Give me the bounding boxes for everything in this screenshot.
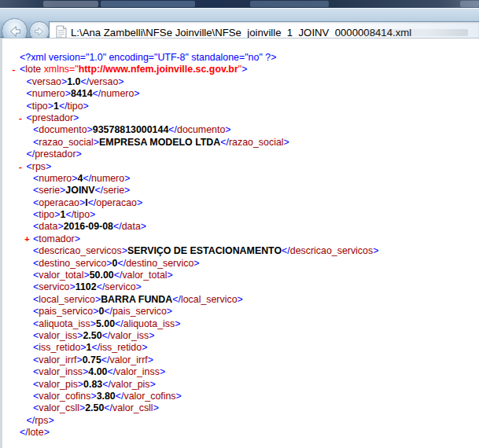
xml-tag-name: pais_servico — [39, 306, 93, 317]
xml-bracket: </ — [118, 258, 127, 269]
xml-bracket: > — [284, 137, 289, 148]
xml-line: +<tomador> — [2, 233, 479, 245]
xml-bracket: > — [57, 221, 63, 232]
xml-text-value: 0 — [112, 258, 118, 269]
address-input[interactable]: L:\Ana Zambelli\NFSe Joinville\NFSe_join… — [71, 27, 411, 39]
xml-tag-name: valor_inss — [39, 366, 83, 377]
expand-toggle-icon[interactable]: + — [24, 233, 30, 245]
xml-text-value: SERVIÇO DE ESTACIONAMENTO — [127, 245, 282, 256]
arrow-right-icon — [33, 25, 46, 38]
xml-tag-name: valor_total — [39, 270, 83, 281]
titlebar-glass-patch — [101, 1, 195, 7]
xml-bracket: </ — [282, 245, 290, 256]
xml-tag-name: valor_irrf — [39, 354, 76, 365]
xml-line: <valor_pis>0.83</valor_pis> — [2, 379, 479, 391]
xml-bracket: </ — [80, 76, 89, 87]
xml-tag-name: rps — [35, 415, 48, 426]
xml-bracket: > — [48, 101, 53, 112]
xml-tag-name: descricao_servicos — [39, 245, 121, 256]
collapse-toggle-icon[interactable]: - — [18, 112, 24, 124]
xml-tag-name: lote — [28, 427, 44, 438]
xml-bracket: </ — [102, 330, 111, 341]
xml-tag-name: numero — [91, 173, 124, 184]
xml-bracket: < — [27, 101, 32, 112]
collapse-toggle-icon[interactable]: - — [11, 64, 17, 75]
xml-bracket: > — [124, 185, 130, 196]
xml-bracket: > — [76, 149, 82, 160]
xml-bracket: > — [80, 342, 86, 353]
xml-bracket: > — [160, 366, 165, 377]
xml-tag-name: razao_social — [39, 137, 94, 148]
xml-processing-instruction: <?xml version="1.0" encoding="UTF-8" sta… — [20, 52, 276, 63]
xml-line: <descricao_servicos>SERVIÇO DE ESTACIONA… — [2, 245, 479, 257]
xml-bracket: > — [149, 330, 154, 341]
xml-tag-name: aliquota_iss — [123, 318, 175, 329]
xml-bracket: </ — [20, 427, 28, 438]
xml-line: -<prestador> — [2, 112, 479, 124]
xml-line: <iss_retido>1</iss_retido> — [2, 342, 479, 354]
xml-bracket: </ — [115, 318, 123, 329]
xml-tag-name: destino_servico — [39, 258, 106, 269]
xml-bracket: </ — [88, 197, 97, 208]
xml-bracket: > — [167, 306, 172, 317]
xml-bracket: </ — [59, 101, 68, 112]
xml-bracket: </ — [116, 391, 124, 402]
xml-tag-name: descricao_servicos — [290, 245, 373, 256]
xml-line: -<rps> — [2, 161, 479, 173]
xml-bracket: </ — [107, 366, 116, 377]
xml-bracket: > — [46, 161, 51, 172]
xml-line: <operacao>I</operacao> — [2, 197, 479, 209]
xml-text-value: 2.50 — [83, 330, 101, 341]
xml-tag-name: data — [122, 221, 141, 232]
xml-text-value: JOINV — [65, 185, 94, 196]
xml-tag-name: valor_csll — [39, 402, 79, 413]
xml-tag-name: operacao — [39, 197, 79, 208]
xml-tag-name: valor_cofins — [123, 391, 175, 402]
xml-tag-name: numero — [39, 173, 72, 184]
xml-tag-name: prestador — [35, 149, 76, 160]
xml-tag-name: tipo — [39, 209, 54, 220]
xml-line: <data>2016-09-08</data> — [2, 221, 479, 233]
xml-bracket: > — [73, 112, 79, 123]
xml-bracket: > — [241, 64, 247, 75]
xml-line: <valor_csll>2.50</valor_csll> — [2, 402, 479, 414]
xml-line: <local_servico>BARRA FUNDA</local_servic… — [2, 294, 479, 306]
xml-tag-name: tipo — [68, 101, 83, 112]
xml-bracket: </ — [104, 306, 112, 317]
xml-bracket: > — [90, 391, 96, 402]
xml-bracket: > — [48, 415, 53, 426]
collapse-toggle-icon[interactable]: - — [18, 161, 24, 173]
xml-bracket: > — [168, 270, 173, 281]
xml-bracket: </ — [95, 185, 104, 196]
xml-bracket: > — [90, 209, 95, 220]
xml-tag-name: local_servico — [39, 294, 95, 305]
xml-tag-name: razao_social — [229, 137, 284, 148]
xml-bracket: > — [70, 281, 76, 292]
xml-bracket: > — [83, 270, 89, 281]
xml-bracket: > — [225, 124, 230, 135]
xml-tag-name: documento — [39, 124, 87, 135]
xml-line: </rps> — [2, 415, 479, 427]
xml-bracket: > — [94, 137, 99, 148]
xml-tag-name: documento — [177, 124, 225, 135]
xml-line: </prestador> — [2, 149, 479, 160]
xml-bracket: > — [134, 88, 139, 99]
xml-line: <razao_social>EMPRESA MODELO LTDA</razao… — [2, 137, 479, 149]
xml-line: <serie>JOINV</serie> — [2, 185, 479, 196]
xml-text-value: BARRA FUNDA — [101, 294, 172, 305]
xml-tag-name: lote — [25, 64, 41, 75]
xml-bracket: > — [150, 379, 156, 390]
xml-line: <tipo>1</tipo> — [2, 209, 479, 221]
xml-bracket: > — [373, 245, 378, 256]
xml-bracket: < — [27, 88, 32, 99]
xml-tag-name: valor_cofins — [39, 391, 90, 402]
xml-line: <destino_servico>0</destino_servico> — [2, 258, 479, 270]
xml-tag-name: prestador — [32, 112, 73, 123]
xml-bracket: </ — [102, 379, 111, 390]
xml-tag-name: valor_pis — [111, 379, 150, 390]
xml-bracket: > — [83, 101, 89, 112]
xml-text-value: 0.83 — [83, 379, 102, 390]
xml-tag-name: numero — [32, 88, 65, 99]
xml-text-value: EMPRESA MODELO LTDA — [99, 137, 220, 148]
xml-text-value: 4.00 — [88, 366, 107, 377]
